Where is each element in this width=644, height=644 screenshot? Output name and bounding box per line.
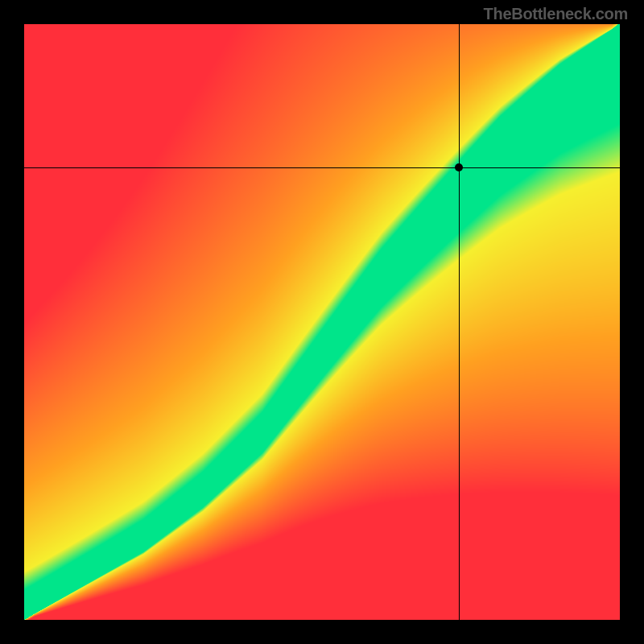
crosshair-horizontal <box>24 167 620 168</box>
crosshair-vertical <box>459 24 460 620</box>
bottleneck-heatmap <box>24 24 620 620</box>
evaluation-marker <box>455 163 463 171</box>
watermark-text: TheBottleneck.com <box>484 5 628 23</box>
chart-container: TheBottleneck.com <box>0 0 644 644</box>
